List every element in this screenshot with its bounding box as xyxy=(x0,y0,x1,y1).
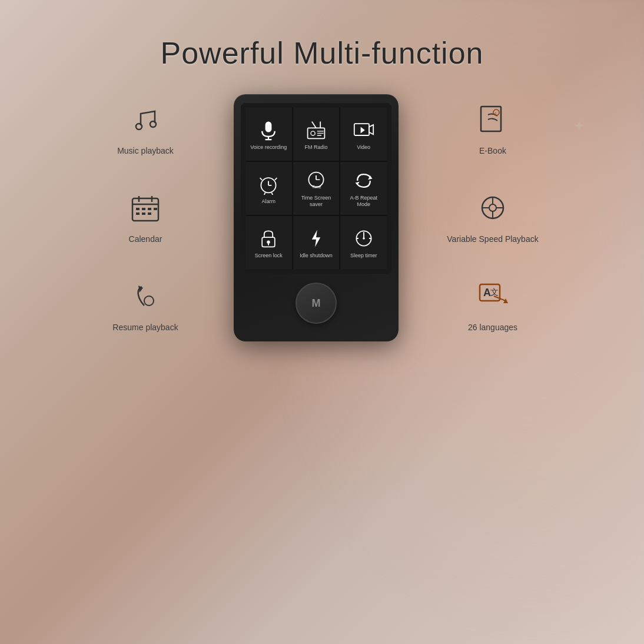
svg-rect-12 xyxy=(154,208,157,210)
svg-rect-8 xyxy=(148,208,151,210)
calendar-label: Calendar xyxy=(129,234,162,244)
svg-line-31 xyxy=(275,178,277,180)
device-bottom: M xyxy=(241,283,391,324)
screen-cell-ab-repeat[interactable]: A-B Repeat Mode xyxy=(340,162,387,215)
screen-cell-video[interactable]: Video xyxy=(340,108,387,161)
svg-text:文: 文 xyxy=(490,287,499,297)
variable-speed-item: Variable Speed Playback xyxy=(447,191,538,244)
music-playback-label: Music playback xyxy=(117,145,174,156)
svg-point-0 xyxy=(136,124,142,130)
screen-label-alarm: Alarm xyxy=(262,198,276,205)
screen-label-time: Time Screen saver xyxy=(296,195,337,208)
device-button-label: M xyxy=(312,297,321,310)
svg-point-39 xyxy=(267,240,270,243)
screen-label-voice: Voice recording xyxy=(250,144,287,151)
svg-line-30 xyxy=(260,178,263,180)
svg-marker-26 xyxy=(360,127,364,133)
page-title: Powerful Multi-function xyxy=(161,35,484,71)
screen-cell-alarm[interactable]: Alarm xyxy=(245,162,292,215)
svg-line-22 xyxy=(312,121,316,128)
svg-text:Time: Time xyxy=(312,184,321,190)
screen-label-sleep: Sleep timer xyxy=(350,253,377,259)
screen-cell-time[interactable]: Time Time Screen saver xyxy=(293,162,340,215)
svg-point-18 xyxy=(311,131,315,135)
svg-line-32 xyxy=(264,192,265,195)
screen-label-video: Video xyxy=(357,144,370,151)
variable-speed-icon xyxy=(476,191,509,229)
svg-marker-25 xyxy=(369,125,373,134)
svg-rect-11 xyxy=(148,213,151,215)
screen-cell-voice-recording[interactable]: Voice recording xyxy=(245,108,292,161)
calendar-icon xyxy=(129,191,162,229)
screen-label-ab: A-B Repeat Mode xyxy=(343,195,384,208)
variable-speed-label: Variable Speed Playback xyxy=(447,234,538,244)
svg-point-44 xyxy=(363,237,365,240)
ebook-label: E-Book xyxy=(479,145,506,156)
resume-playback-item: Resume playback xyxy=(112,280,178,333)
svg-point-51 xyxy=(489,204,496,211)
mp3-device: Voice recording xyxy=(234,94,399,341)
svg-marker-41 xyxy=(312,230,320,247)
languages-item: A 文 26 languages xyxy=(468,280,517,333)
svg-point-13 xyxy=(144,296,154,306)
svg-line-33 xyxy=(272,192,273,195)
screen-label-radio: FM Radio xyxy=(304,144,327,151)
svg-rect-9 xyxy=(136,213,140,215)
screen-cell-sleep[interactable]: Sleep timer xyxy=(340,216,387,269)
screen-label-lock: Screen lock xyxy=(255,253,283,259)
ebook-icon: e xyxy=(476,103,509,141)
device-screen: Voice recording xyxy=(241,103,391,274)
right-icons: e E-Book Variable Speed Playbac xyxy=(428,103,557,333)
languages-icon: A 文 xyxy=(476,280,509,317)
resume-icon xyxy=(129,280,162,317)
page-container: Powerful Multi-function ✦ ✦ Music playba… xyxy=(0,0,644,644)
ebook-item: e E-Book xyxy=(476,103,509,156)
main-layout: Music playback xyxy=(0,94,644,341)
svg-rect-7 xyxy=(142,208,145,210)
screen-grid: Voice recording xyxy=(245,108,387,269)
svg-rect-6 xyxy=(136,208,140,210)
music-icon xyxy=(129,103,162,141)
svg-marker-59 xyxy=(503,298,508,303)
svg-text:e: e xyxy=(494,111,497,116)
screen-label-idle: Idle shutdown xyxy=(300,253,333,259)
screen-cell-idle[interactable]: Idle shutdown xyxy=(293,216,340,269)
calendar-item: Calendar xyxy=(129,191,162,244)
device-container: Voice recording xyxy=(204,94,428,341)
svg-point-1 xyxy=(150,121,156,127)
left-icons: Music playback xyxy=(87,103,204,333)
svg-rect-14 xyxy=(265,121,272,132)
device-m-button[interactable]: M xyxy=(296,283,337,324)
languages-label: 26 languages xyxy=(468,322,517,333)
screen-cell-lock[interactable]: Screen lock xyxy=(245,216,292,269)
svg-rect-10 xyxy=(142,213,145,215)
music-playback-item: Music playback xyxy=(117,103,174,156)
resume-playback-label: Resume playback xyxy=(112,322,178,333)
screen-cell-fm-radio[interactable]: FM Radio xyxy=(293,108,340,161)
